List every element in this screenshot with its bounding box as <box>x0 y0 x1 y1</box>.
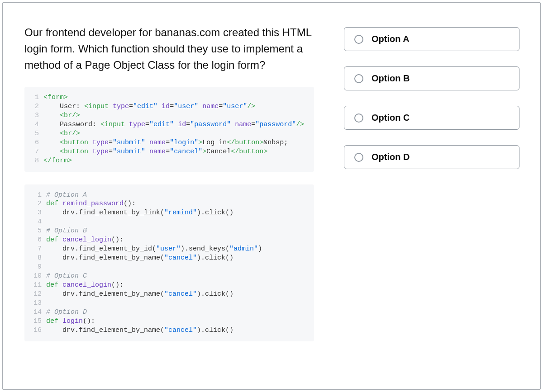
code-block-python: 1# Option A 2def remind_password(): 3 dr… <box>24 184 314 341</box>
option-a[interactable]: Option A <box>344 27 519 51</box>
option-b[interactable]: Option B <box>344 66 519 90</box>
question-pane: Our frontend developer for bananas.com c… <box>24 24 314 376</box>
quiz-frame: Our frontend developer for bananas.com c… <box>2 2 541 390</box>
radio-icon <box>354 113 363 123</box>
question-text: Our frontend developer for bananas.com c… <box>24 24 314 73</box>
option-label: Option C <box>372 113 410 123</box>
option-label: Option B <box>372 73 410 84</box>
option-label: Option D <box>372 152 410 162</box>
radio-icon <box>354 74 363 83</box>
radio-icon <box>354 153 363 162</box>
option-c[interactable]: Option C <box>344 106 519 130</box>
options-pane: Option A Option B Option C Option D <box>344 24 519 376</box>
option-d[interactable]: Option D <box>344 145 519 169</box>
option-label: Option A <box>372 34 410 44</box>
code-block-html: 1<form> 2 User: <input type="edit" id="u… <box>24 87 314 172</box>
radio-icon <box>354 35 363 44</box>
